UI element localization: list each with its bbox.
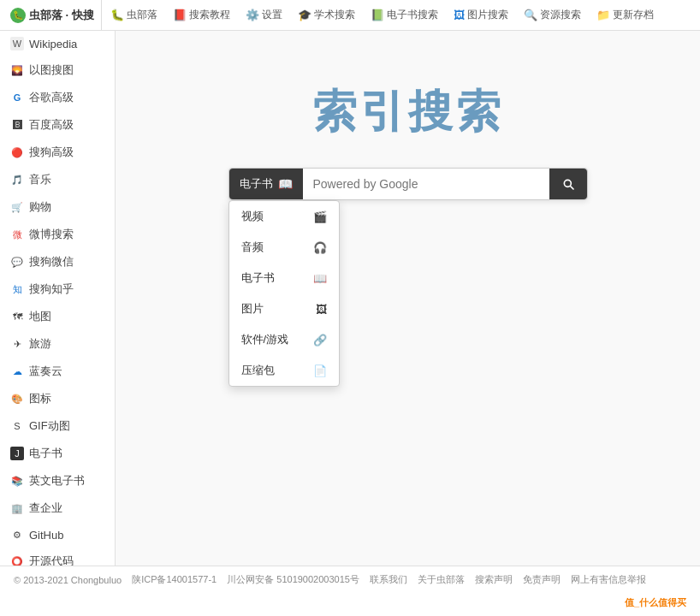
image-search-icon: 🌄 [10, 63, 24, 77]
sidebar-label-sogou-zhihu: 搜狗知乎 [29, 281, 74, 297]
shopping-icon: 🛒 [10, 200, 24, 214]
footer-link-contact[interactable]: 联系我们 [370, 573, 407, 586]
dropdown-item-software[interactable]: 软件/游戏 🔗 [229, 324, 339, 355]
sidebar-item-github[interactable]: ⚙ GitHub [0, 522, 115, 548]
sidebar-label-wikipedia: Wikipedia [29, 38, 77, 50]
search-input[interactable] [303, 169, 549, 199]
sidebar-label-opensource: 开源代码 [29, 554, 74, 566]
dropdown-label-video: 视频 [241, 209, 264, 224]
sidebar-item-map[interactable]: 🗺 地图 [0, 303, 115, 330]
sidebar-item-google-advanced[interactable]: G 谷歌高级 [0, 84, 115, 111]
english-ebook-icon: 📚 [10, 474, 24, 488]
sidebar-label-music: 音乐 [29, 172, 51, 187]
footer: © 2013-2021 Chongbuluo 陕ICP备14001577-1 川… [0, 566, 700, 616]
nav-ebook-search[interactable]: 📗 电子书搜索 [364, 4, 445, 26]
baidu-icon: 🅱 [10, 118, 24, 132]
sidebar-label-image-search: 以图搜图 [29, 62, 74, 78]
dropdown-item-ebook[interactable]: 电子书 📖 [229, 263, 339, 293]
wikipedia-icon: W [10, 37, 24, 50]
sidebar-item-lanzou[interactable]: ☁ 蓝奏云 [0, 358, 115, 385]
nav-image-search-label: 图片搜索 [467, 8, 508, 22]
dropdown-item-audio[interactable]: 音频 🎧 [229, 232, 339, 263]
search-type-label: 电子书 [240, 176, 273, 192]
search-type-button[interactable]: 电子书 📖 [229, 169, 303, 199]
dropdown-label-archive: 压缩包 [241, 363, 275, 378]
dropdown-item-video[interactable]: 视频 🎬 [229, 201, 339, 232]
main-content: 索引搜索 电子书 📖 视频 🎬 音频 � [116, 31, 700, 566]
enterprise-icon: 🏢 [10, 501, 24, 515]
nav-academic-icon: 🎓 [298, 9, 311, 21]
sidebar-item-music[interactable]: 🎵 音乐 [0, 166, 115, 193]
sidebar-item-enterprise[interactable]: 🏢 查企业 [0, 495, 115, 522]
sidebar-item-gif[interactable]: S GIF动图 [0, 412, 115, 440]
nav-academic[interactable]: 🎓 学术搜索 [291, 4, 362, 26]
nav-search-tutorial[interactable]: 📕 搜索教程 [166, 4, 237, 26]
nav-image-search-icon: 🖼 [454, 9, 465, 21]
sidebar-label-shopping: 购物 [29, 199, 51, 215]
footer-link-about[interactable]: 关于虫部落 [418, 573, 465, 586]
footer-link-search-statement[interactable]: 搜索声明 [475, 573, 513, 586]
footer-right-text: 值_什么值得买 [625, 596, 686, 609]
nav-resource-search[interactable]: 🔍 资源搜索 [517, 4, 588, 26]
sidebar-item-wikipedia[interactable]: W Wikipedia [0, 31, 115, 56]
nav-update-archive-label: 更新存档 [613, 8, 654, 22]
logo-icon: 🐛 [10, 8, 26, 23]
copyright: © 2013-2021 Chongbuluo [14, 575, 122, 585]
dropdown-label-software: 软件/游戏 [241, 332, 289, 347]
nav-ebook-search-icon: 📗 [371, 9, 384, 21]
sidebar-label-google-advanced: 谷歌高级 [29, 90, 74, 105]
sidebar-item-shopping[interactable]: 🛒 购物 [0, 193, 115, 221]
nav-resource-search-icon: 🔍 [524, 9, 537, 21]
sidebar-label-sogou-wechat: 搜狗微信 [29, 254, 74, 270]
nav-search-tutorial-icon: 📕 [173, 9, 187, 21]
sidebar-label-english-ebook: 英文电子书 [29, 473, 85, 489]
gif-icon: S [10, 419, 24, 433]
dropdown-item-image[interactable]: 图片 🖼 [229, 293, 339, 324]
sidebar-item-image-search[interactable]: 🌄 以图搜图 [0, 56, 115, 84]
police-number: 川公网安备 51019002003015号 [227, 573, 359, 586]
page-title: 索引搜索 [312, 82, 504, 142]
nav-chongbuluo[interactable]: 🐛 虫部落 [104, 4, 164, 26]
search-icon [561, 177, 575, 191]
sidebar-item-opensource[interactable]: ⭕ 开源代码 [0, 548, 115, 566]
icp-number: 陕ICP备14001577-1 [132, 573, 217, 586]
archive-icon: 📄 [313, 364, 327, 377]
wechat-icon: 💬 [10, 255, 24, 269]
main-layout: W Wikipedia 🌄 以图搜图 G 谷歌高级 🅱 百度高级 🔴 搜狗高级 … [0, 31, 700, 566]
logo-text: 虫部落 · 快搜 [29, 8, 94, 23]
sidebar-item-baidu-advanced[interactable]: 🅱 百度高级 [0, 111, 115, 139]
sidebar-label-map: 地图 [29, 309, 51, 324]
footer-link-disclaimer[interactable]: 免责声明 [523, 573, 561, 586]
nav-ebook-search-label: 电子书搜索 [387, 8, 438, 22]
nav-image-search[interactable]: 🖼 图片搜索 [447, 4, 515, 26]
sidebar-item-ebook[interactable]: J 电子书 [0, 440, 115, 467]
sidebar-item-icon[interactable]: 🎨 图标 [0, 385, 115, 412]
nav-update-archive-icon: 📁 [596, 9, 610, 21]
sidebar-item-weibo[interactable]: 微 微博搜索 [0, 221, 115, 248]
sidebar-item-travel[interactable]: ✈ 旅游 [0, 330, 115, 358]
google-icon: G [10, 91, 24, 104]
sidebar-item-sogou-wechat[interactable]: 💬 搜狗微信 [0, 248, 115, 275]
zhihu-icon: 知 [10, 282, 24, 296]
sidebar-label-ebook: 电子书 [29, 446, 62, 461]
nav-settings[interactable]: ⚙️ 设置 [239, 4, 289, 26]
search-button[interactable] [549, 169, 587, 199]
sidebar-item-sogou-advanced[interactable]: 🔴 搜狗高级 [0, 139, 115, 166]
sidebar-item-sogou-zhihu[interactable]: 知 搜狗知乎 [0, 275, 115, 303]
sidebar-label-weibo: 微博搜索 [29, 227, 74, 242]
footer-link-report[interactable]: 网上有害信息举报 [571, 573, 646, 586]
sidebar-label-baidu-advanced: 百度高级 [29, 117, 74, 133]
nav-search-tutorial-label: 搜索教程 [189, 8, 230, 22]
icon-search-icon: 🎨 [10, 392, 24, 406]
map-icon: 🗺 [10, 310, 24, 323]
sogou-icon: 🔴 [10, 145, 24, 159]
nav-update-archive[interactable]: 📁 更新存档 [590, 4, 661, 26]
sidebar-label-sogou-advanced: 搜狗高级 [29, 145, 74, 160]
search-type-dropdown: 视频 🎬 音频 🎧 电子书 📖 图片 🖼 软件/游戏 🔗 [228, 200, 340, 387]
logo[interactable]: 🐛 虫部落 · 快搜 [3, 0, 102, 30]
sidebar-label-enterprise: 查企业 [29, 500, 62, 516]
nav-chongbuluo-label: 虫部落 [127, 8, 157, 22]
dropdown-item-archive[interactable]: 压缩包 📄 [229, 355, 339, 386]
sidebar-item-english-ebook[interactable]: 📚 英文电子书 [0, 467, 115, 495]
lanzou-icon: ☁ [10, 364, 24, 378]
